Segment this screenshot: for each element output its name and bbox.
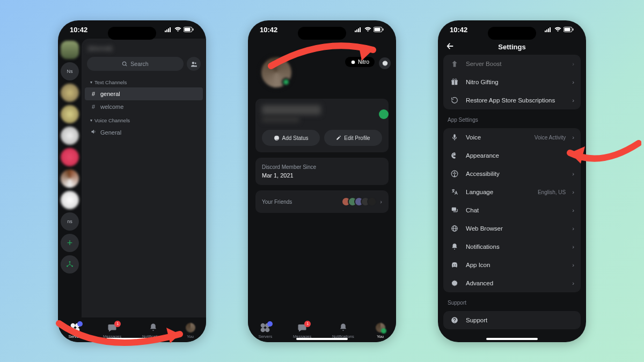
- tab-messages[interactable]: 1 Messages: [293, 322, 311, 339]
- settings-row-server-boost[interactable]: Server Boost ›: [443, 55, 581, 73]
- status-online-icon: [282, 78, 290, 86]
- settings-header: Settings: [438, 39, 586, 55]
- server-icon[interactable]: [61, 105, 79, 123]
- settings-gear-button[interactable]: [379, 57, 391, 69]
- svg-point-41: [452, 79, 454, 80]
- home-indicator: [296, 338, 348, 340]
- settings-row-appearance[interactable]: Appearance ›: [443, 146, 581, 165]
- hash-icon: #: [90, 104, 97, 110]
- svg-point-16: [71, 328, 75, 332]
- settings-row-restore[interactable]: Restore App Store Subscriptions ›: [443, 91, 581, 109]
- discover-button[interactable]: [61, 255, 79, 274]
- phone-screen-2: 10:42 Nitro Add Status: [248, 20, 396, 342]
- language-icon: [450, 188, 459, 196]
- speaker-icon: [90, 129, 97, 136]
- back-button[interactable]: [445, 41, 455, 53]
- svg-line-11: [126, 64, 127, 65]
- svg-rect-43: [453, 134, 456, 138]
- svg-rect-2: [168, 28, 169, 32]
- server-icon[interactable]: [61, 84, 79, 102]
- status-time: 10:42: [450, 26, 467, 34]
- gift-icon: [450, 78, 459, 86]
- add-status-button[interactable]: Add Status: [262, 130, 320, 146]
- chat-icon: [450, 206, 459, 214]
- svg-point-7: [69, 261, 71, 263]
- settings-row-language[interactable]: Language English, US ›: [443, 183, 581, 201]
- tab-you[interactable]: You: [375, 322, 386, 339]
- profile-badge: [379, 109, 389, 119]
- svg-rect-0: [165, 31, 166, 32]
- settings-row-notifications[interactable]: Notifications ›: [443, 238, 581, 256]
- svg-rect-49: [452, 208, 456, 211]
- globe-icon: [450, 225, 459, 232]
- profile-card: Add Status Edit Profile: [255, 99, 389, 152]
- server-icon[interactable]: Ns: [61, 62, 79, 80]
- server-icon[interactable]: [61, 127, 79, 145]
- svg-rect-36: [565, 28, 570, 31]
- user-avatar[interactable]: [259, 55, 294, 90]
- svg-point-14: [71, 323, 75, 327]
- tab-you[interactable]: You: [185, 322, 196, 339]
- chevron-right-icon: ›: [572, 280, 574, 286]
- svg-rect-3: [170, 27, 171, 32]
- nitro-badge[interactable]: Nitro: [345, 57, 375, 67]
- edit-profile-button[interactable]: Edit Profile: [324, 130, 382, 146]
- restore-icon: [450, 97, 459, 104]
- your-friends-row[interactable]: Your Friends ›: [255, 190, 389, 213]
- server-list[interactable]: Ns ns +: [58, 39, 82, 317]
- chevron-right-icon: ›: [572, 243, 574, 250]
- status-time: 10:42: [70, 26, 87, 34]
- tab-servers[interactable]: Servers: [68, 322, 82, 339]
- status-time: 10:42: [260, 26, 277, 34]
- svg-rect-6: [193, 28, 194, 31]
- discord-icon: [450, 261, 459, 269]
- settings-row-advanced[interactable]: Advanced ›: [443, 274, 581, 292]
- server-icon[interactable]: [61, 169, 79, 188]
- palette-icon: [450, 152, 459, 159]
- text-channels-header[interactable]: ▾Text Channels: [85, 75, 203, 87]
- server-icon[interactable]: [61, 191, 79, 209]
- gear-icon: [450, 279, 459, 287]
- friend-avatars: [341, 197, 377, 206]
- tab-notifications[interactable]: Notifications: [332, 322, 354, 339]
- chevron-right-icon: ›: [572, 61, 574, 67]
- settings-row-accessibility[interactable]: Accessibility ›: [443, 165, 581, 183]
- chevron-right-icon: ›: [572, 152, 574, 159]
- server-icon[interactable]: ns: [61, 212, 79, 231]
- notch: [488, 27, 536, 40]
- voice-channels-header[interactable]: ▾Voice Channels: [85, 113, 203, 125]
- settings-row-chat[interactable]: Chat ›: [443, 201, 581, 219]
- channel-general[interactable]: # general: [85, 87, 203, 100]
- settings-row-browser[interactable]: Web Browser ›: [443, 219, 581, 238]
- svg-point-13: [194, 62, 196, 64]
- svg-rect-34: [550, 27, 551, 32]
- chevron-right-icon: ›: [572, 262, 574, 268]
- chevron-right-icon: ›: [572, 189, 574, 195]
- server-icon[interactable]: [61, 41, 79, 59]
- settings-row-nitro-gifting[interactable]: Nitro Gifting ›: [443, 73, 581, 91]
- search-input[interactable]: Search: [87, 57, 184, 71]
- tab-servers[interactable]: Servers: [258, 322, 272, 339]
- svg-rect-5: [185, 28, 191, 31]
- voice-channel-general[interactable]: General: [85, 125, 203, 139]
- members-button[interactable]: [187, 57, 201, 71]
- hash-icon: #: [90, 91, 97, 97]
- svg-rect-23: [375, 28, 380, 31]
- settings-row-app-icon[interactable]: App Icon ›: [443, 256, 581, 274]
- settings-row-support[interactable]: Support: [443, 311, 581, 329]
- tab-messages[interactable]: 1 Messages: [103, 322, 121, 339]
- channel-list: (blurred) Search ▾Text Channels # genera…: [82, 39, 206, 317]
- accessibility-icon: [450, 170, 459, 178]
- svg-rect-18: [355, 31, 356, 32]
- svg-point-48: [454, 172, 455, 173]
- settings-row-voice[interactable]: Voice Voice Activity ›: [443, 128, 581, 146]
- server-icon[interactable]: [61, 148, 79, 166]
- svg-point-44: [452, 154, 453, 156]
- svg-rect-20: [358, 28, 359, 32]
- tab-notifications[interactable]: Notifications: [142, 322, 164, 339]
- status-icons: [545, 27, 574, 32]
- add-server-button[interactable]: +: [61, 234, 79, 252]
- svg-point-46: [455, 153, 456, 154]
- channel-welcome[interactable]: # welcome: [85, 100, 203, 113]
- svg-point-42: [455, 79, 457, 80]
